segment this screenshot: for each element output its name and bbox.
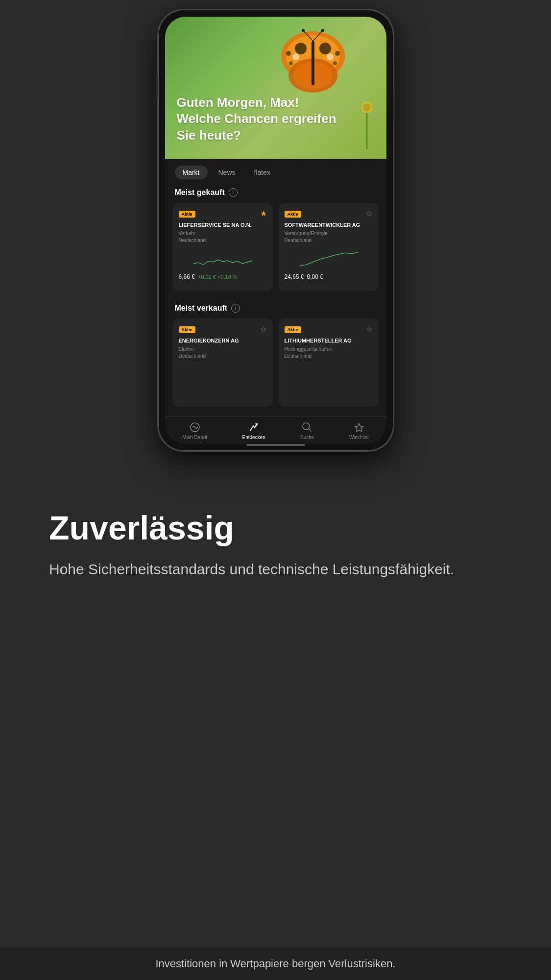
- tab-bar: Markt News flatex: [165, 159, 386, 183]
- meist-gekauft-info[interactable]: i: [229, 188, 238, 197]
- svg-point-13: [286, 51, 291, 56]
- stock-category-2: Versorgung/Energie Deutschland: [285, 230, 373, 244]
- stock-card-energiekonzern[interactable]: Aktie ☆ ENERGIEKONZERN AG Elektro Deutsc…: [173, 318, 273, 407]
- price-change-1: +0,01 € +0,18 %: [198, 274, 238, 280]
- marketing-headline: Zuverlässig: [49, 510, 502, 546]
- meist-verkauft-info[interactable]: i: [231, 304, 240, 313]
- stock-category-1: Verkehr Deutschland: [179, 230, 267, 244]
- badge-aktie-3: Aktie: [179, 326, 195, 333]
- disclaimer-bar: Investitionen in Wertpapiere bergen Verl…: [0, 948, 551, 980]
- nav-suche[interactable]: Suche: [300, 422, 314, 440]
- bought-stocks-row: Aktie ★ LIEFERSERVICE SE NA O.N. Verkehr…: [165, 203, 386, 299]
- flower-image: [352, 100, 382, 149]
- hero-greeting: Guten Morgen, Max! Welche Chancen ergrei…: [177, 95, 337, 144]
- stock-name-2: SOFTWAREENTWICKLER AG: [285, 221, 373, 228]
- svg-rect-8: [311, 41, 314, 85]
- watchlist-icon: [354, 422, 364, 433]
- tab-flatex[interactable]: flatex: [246, 166, 278, 179]
- stock-card-lithium[interactable]: Aktie ☆ LITHIUMHERSTELLER AG Holdinggese…: [279, 318, 379, 407]
- marketing-body: Hohe Sicherheitsstandards und technische…: [49, 558, 502, 580]
- mini-chart-2: [285, 249, 373, 269]
- nav-watchlist-label: Watchlist: [349, 435, 369, 440]
- price-row-2: 24,65 € 0,00 €: [285, 273, 373, 280]
- depot-icon: [190, 422, 200, 433]
- marketing-section: Zuverlässig Hohe Sicherheitsstandards un…: [0, 480, 551, 600]
- badge-aktie-4: Aktie: [285, 326, 301, 333]
- volume-button: [156, 74, 158, 98]
- phone-screen: Guten Morgen, Max! Welche Chancen ergrei…: [165, 17, 386, 444]
- entdecken-icon: [248, 422, 259, 433]
- hero-text: Guten Morgen, Max! Welche Chancen ergrei…: [177, 95, 337, 144]
- butterfly-image: [269, 26, 357, 105]
- bottom-navigation: Mein Depot Entdecken: [165, 416, 386, 444]
- power-button: [393, 88, 395, 122]
- search-icon: [302, 422, 312, 433]
- tab-news[interactable]: News: [211, 166, 243, 179]
- nav-mein-depot[interactable]: Mein Depot: [182, 422, 207, 440]
- price-row-1: 6,66 € +0,01 € +0,18 %: [179, 273, 267, 280]
- stock-name-3: ENERGIEKONZERN AG: [179, 337, 267, 344]
- meist-gekauft-header: Meist gekauft i: [165, 183, 386, 203]
- svg-point-16: [333, 61, 337, 65]
- svg-line-22: [309, 429, 311, 431]
- stock-name-1: LIEFERSERVICE SE NA O.N.: [179, 221, 267, 228]
- stock-name-4: LITHIUMHERSTELLER AG: [285, 337, 373, 344]
- meist-verkauft-header: Meist verkauft i: [165, 299, 386, 318]
- phone-mockup: Guten Morgen, Max! Welche Chancen ergrei…: [158, 10, 393, 451]
- stock-category-4: Holdinggesellschaften Deutschland: [285, 346, 373, 360]
- meist-verkauft-title: Meist verkauft: [175, 304, 228, 313]
- star-icon-1[interactable]: ★: [260, 209, 267, 218]
- nav-entdecken-label: Entdecken: [242, 435, 265, 440]
- mini-chart-1: [179, 249, 267, 269]
- phone-section: Guten Morgen, Max! Welche Chancen ergrei…: [0, 0, 551, 480]
- svg-point-19: [363, 103, 371, 111]
- app-content: Markt News flatex Meist gekauft i: [165, 159, 386, 444]
- svg-point-2: [295, 43, 307, 54]
- page-wrapper: Guten Morgen, Max! Welche Chancen ergrei…: [0, 0, 551, 980]
- nav-depot-label: Mein Depot: [182, 435, 207, 440]
- svg-point-14: [335, 51, 340, 56]
- svg-point-3: [319, 43, 331, 54]
- sold-stocks-row: Aktie ☆ ENERGIEKONZERN AG Elektro Deutsc…: [165, 318, 386, 415]
- star-icon-4[interactable]: ☆: [366, 324, 373, 334]
- stock-category-3: Elektro Deutschland: [179, 346, 267, 360]
- stock-card-lieferservice[interactable]: Aktie ★ LIEFERSERVICE SE NA O.N. Verkehr…: [173, 203, 273, 291]
- badge-aktie-1: Aktie: [179, 211, 195, 218]
- hero-area: Guten Morgen, Max! Welche Chancen ergrei…: [165, 17, 386, 159]
- nav-suche-label: Suche: [300, 435, 314, 440]
- badge-aktie-2: Aktie: [285, 211, 301, 218]
- star-icon-2[interactable]: ☆: [366, 209, 373, 218]
- tab-markt[interactable]: Markt: [175, 166, 208, 179]
- svg-point-15: [289, 61, 293, 65]
- star-icon-3[interactable]: ☆: [260, 324, 267, 334]
- stock-card-software[interactable]: Aktie ☆ SOFTWAREENTWICKLER AG Versorgung…: [279, 203, 379, 291]
- svg-point-4: [292, 53, 299, 60]
- disclaimer-text: Investitionen in Wertpapiere bergen Verl…: [20, 957, 531, 970]
- meist-gekauft-title: Meist gekauft: [175, 188, 225, 197]
- svg-point-5: [327, 53, 334, 60]
- svg-point-12: [321, 29, 324, 32]
- nav-watchlist[interactable]: Watchlist: [349, 422, 369, 440]
- price-change-2: 0,00 €: [307, 273, 323, 280]
- home-indicator: [246, 444, 305, 446]
- stock-price-1: 6,66 €: [179, 273, 195, 280]
- svg-point-10: [302, 29, 305, 32]
- nav-entdecken[interactable]: Entdecken: [242, 422, 265, 440]
- stock-price-2: 24,65 €: [285, 273, 304, 280]
